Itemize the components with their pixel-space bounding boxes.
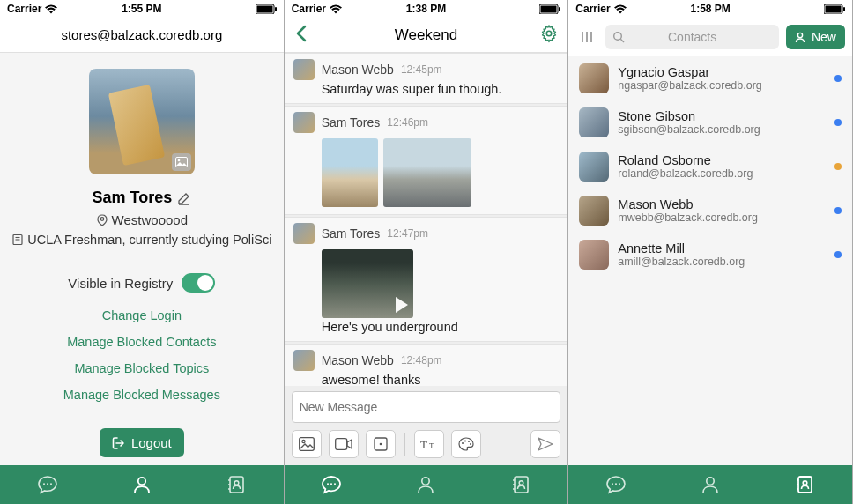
svg-rect-22 [299, 438, 314, 451]
sort-button[interactable] [575, 30, 598, 44]
chat-icon [37, 474, 58, 495]
svg-point-41 [519, 481, 523, 485]
contact-row[interactable]: Roland Osborneroland@balzack.coredb.org [568, 145, 852, 189]
addressbook-icon [510, 474, 531, 495]
svg-rect-1 [256, 5, 272, 12]
contact-info: Stone Gibsonsgibson@balzack.coredb.org [618, 109, 826, 136]
contact-handle: mwebb@balzack.coredb.org [618, 211, 826, 224]
chat-header: Weekend [285, 18, 568, 53]
back-button[interactable] [293, 24, 309, 47]
contact-row[interactable]: Stone Gibsonsgibson@balzack.coredb.org [568, 100, 852, 145]
svg-rect-43 [825, 5, 841, 12]
tab-contacts[interactable] [219, 467, 254, 502]
blocked-contacts-link[interactable]: Manage Blocked Contacts [67, 335, 216, 349]
svg-point-4 [178, 159, 181, 162]
image-attachment[interactable] [322, 138, 378, 207]
attach-audio-button[interactable] [366, 430, 396, 458]
screen-chat: Carrier 1:38 PM Weekend Mason Webb 12:45… [285, 0, 569, 504]
message-text: Saturday was super fun though. [322, 82, 560, 96]
new-contact-button[interactable]: New [786, 25, 845, 49]
svg-point-33 [327, 483, 329, 485]
message-list[interactable]: Mason Webb 12:45pm Saturday was super fu… [285, 53, 568, 386]
registry-label: Visible in Registry [68, 276, 173, 291]
tab-bar [568, 465, 852, 504]
svg-rect-20 [559, 7, 560, 11]
screen-profile: Carrier 1:55 PM stores@balzack.coredb.or… [0, 0, 285, 504]
profile-avatar[interactable] [89, 69, 195, 174]
contact-row[interactable]: Annette Millamill@balzack.coredb.org [568, 233, 852, 277]
compose-area: TT [285, 386, 568, 465]
blocked-messages-link[interactable]: Manage Blocked Messages [63, 388, 220, 402]
message[interactable]: Mason Webb 12:45pm Saturday was super fu… [285, 53, 568, 104]
color-button[interactable] [451, 430, 481, 458]
status-dot [834, 251, 842, 258]
video-icon [335, 438, 352, 450]
logout-label: Logout [131, 435, 172, 450]
profile-email: stores@balzack.coredb.org [61, 27, 222, 42]
svg-point-53 [619, 483, 620, 485]
tab-contacts[interactable] [787, 467, 822, 502]
status-time: 1:55 PM [122, 3, 161, 15]
search-input[interactable]: Contacts [605, 25, 779, 49]
chat-icon [605, 474, 627, 495]
send-button[interactable] [530, 430, 560, 458]
svg-point-10 [47, 483, 48, 485]
video-attachment[interactable] [322, 249, 413, 318]
contacts-list[interactable]: Ygnacio Gasparngaspar@balzack.coredb.org… [568, 56, 852, 465]
edit-icon[interactable] [177, 191, 191, 205]
svg-point-29 [462, 442, 464, 444]
tab-chat[interactable] [598, 467, 634, 502]
tab-chat[interactable] [314, 467, 349, 502]
message-text: Here's you underground [322, 320, 560, 334]
message[interactable]: Sam Tores 12:47pm Here's you underground [285, 217, 568, 342]
message-input[interactable] [292, 391, 561, 423]
addressbook-icon [226, 474, 247, 495]
avatar [579, 107, 609, 137]
attach-video-button[interactable] [329, 430, 359, 458]
svg-point-26 [379, 443, 382, 446]
svg-point-52 [615, 483, 617, 485]
attach-image-button[interactable] [292, 430, 322, 458]
avatar [579, 196, 609, 226]
contact-info: Mason Webbmwebb@balzack.coredb.org [618, 197, 826, 224]
screen-contacts: Carrier 1:58 PM Contacts New Ygnacio Gas… [568, 0, 853, 504]
contact-row[interactable]: Mason Webbmwebb@balzack.coredb.org [568, 189, 852, 233]
message-time: 12:46pm [387, 116, 428, 129]
svg-point-59 [804, 481, 808, 485]
contact-handle: ngaspar@balzack.coredb.org [618, 79, 826, 92]
svg-point-51 [612, 483, 613, 485]
svg-point-9 [43, 483, 45, 485]
message[interactable]: Mason Webb 12:48pm awesome! thanks [285, 344, 568, 386]
blocked-topics-link[interactable]: Manage Blocked Topics [74, 361, 209, 375]
status-dot [834, 119, 842, 126]
svg-point-30 [464, 441, 466, 442]
svg-text:T: T [429, 441, 434, 450]
format-text-button[interactable]: TT [414, 430, 444, 458]
person-icon [415, 474, 436, 495]
separator [404, 433, 405, 456]
contact-handle: sgibson@balzack.coredb.org [618, 123, 826, 136]
person-icon [131, 474, 152, 495]
logout-button[interactable]: Logout [100, 428, 184, 457]
tab-contacts[interactable] [503, 467, 538, 502]
battery-icon [539, 4, 560, 14]
tab-profile[interactable] [693, 467, 728, 502]
tab-profile[interactable] [408, 467, 443, 502]
status-dot [834, 163, 842, 170]
avatar [293, 112, 315, 133]
contact-name: Ygnacio Gaspar [618, 65, 826, 79]
tab-chat[interactable] [30, 467, 65, 502]
tab-profile[interactable] [124, 467, 159, 502]
message-sender: Sam Tores [322, 226, 381, 241]
contact-row[interactable]: Ygnacio Gasparngaspar@balzack.coredb.org [568, 56, 852, 100]
registry-toggle[interactable] [182, 273, 215, 293]
image-attachment[interactable] [383, 138, 471, 207]
audio-icon [374, 437, 388, 451]
battery-icon [824, 4, 845, 14]
settings-button[interactable] [539, 24, 559, 47]
wifi-icon [330, 4, 342, 14]
change-photo-button[interactable] [172, 153, 191, 171]
change-login-link[interactable]: Change Login [102, 308, 182, 322]
message[interactable]: Sam Tores 12:46pm [285, 106, 568, 215]
message-text: awesome! thanks [322, 373, 560, 386]
